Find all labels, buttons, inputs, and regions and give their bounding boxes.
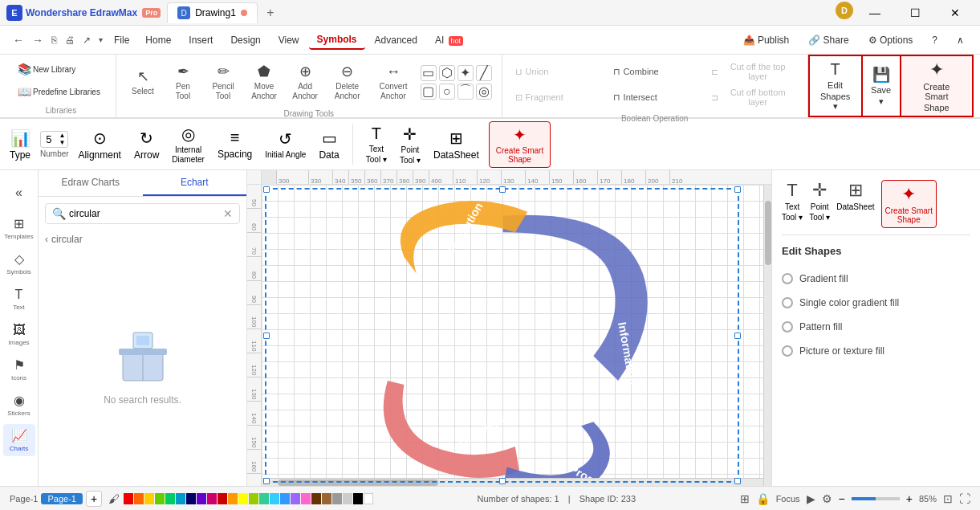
new-library-button[interactable]: 📚 New Library: [13, 59, 109, 79]
add-page-button[interactable]: +: [86, 491, 102, 507]
zoom-out-button[interactable]: −: [839, 492, 845, 505]
canvas-area[interactable]: Information Resolution Creativity Progra…: [262, 185, 771, 486]
menu-view[interactable]: View: [270, 31, 307, 49]
initial-angle-tool[interactable]: ↺ Initial Angle: [262, 126, 309, 162]
pen-tool-button[interactable]: ✒ PenTool: [163, 59, 203, 104]
shape-rect2[interactable]: ▢: [421, 84, 437, 100]
sidebar-charts-button[interactable]: 📈 Charts: [3, 424, 35, 456]
sidebar-icons-button[interactable]: ⚑ Icons: [3, 353, 35, 386]
color-sw-5[interactable]: [165, 493, 175, 504]
quick-access-button[interactable]: ⎘: [48, 33, 60, 47]
intersect-button[interactable]: ⊓ Intersect: [607, 85, 703, 109]
breadcrumb-arrow[interactable]: ‹: [45, 234, 48, 245]
edit-shapes-button[interactable]: T Edit Shapes ▾: [808, 55, 863, 117]
shape-rect[interactable]: ▭: [421, 65, 437, 81]
color-sw-20[interactable]: [322, 493, 331, 504]
arrow-tool[interactable]: ↻ Arrow: [131, 125, 162, 164]
sidebar-stickers-button[interactable]: ◉ Stickers: [3, 389, 35, 421]
menu-symbols[interactable]: Symbols: [309, 31, 365, 50]
menu-insert[interactable]: Insert: [181, 31, 221, 49]
text-tool-right[interactable]: T Text Tool ▾: [782, 180, 803, 228]
shape-spiral[interactable]: ◎: [476, 84, 492, 100]
text-tool[interactable]: T Text Tool ▾: [363, 121, 390, 167]
pencil-tool-button[interactable]: ✏ Pencil Tool: [203, 59, 243, 104]
fit-icon[interactable]: ⊡: [943, 492, 953, 505]
alignment-tool[interactable]: ⊙ Alignment: [75, 125, 124, 164]
color-sw-3[interactable]: [144, 493, 154, 504]
color-sw-8[interactable]: [197, 493, 206, 504]
pattern-fill-radio[interactable]: [782, 321, 793, 333]
nav-fwd-button[interactable]: →: [29, 32, 47, 48]
combine-button[interactable]: ⊓ Combine: [607, 59, 703, 84]
shape-line[interactable]: ╱: [476, 65, 492, 81]
color-sw-13[interactable]: [249, 493, 258, 504]
fullscreen-icon[interactable]: ⛶: [959, 492, 970, 505]
picture-fill-option[interactable]: Picture or texture fill: [782, 342, 970, 360]
horizontal-scrollbar[interactable]: [262, 478, 763, 486]
color-sw-11[interactable]: [228, 493, 238, 504]
menu-advanced[interactable]: Advanced: [367, 31, 425, 49]
publish-button[interactable]: 📤 Publish: [737, 31, 796, 49]
color-sw-14[interactable]: [259, 493, 269, 504]
cut-top-button[interactable]: ⊏ Cut off the top layer: [705, 59, 801, 84]
color-sw-22[interactable]: [343, 493, 352, 504]
fragment-button[interactable]: ⊡ Fragment: [509, 85, 605, 109]
close-button[interactable]: ✕: [937, 2, 974, 24]
print-button[interactable]: 🖨: [62, 33, 78, 47]
picture-fill-radio[interactable]: [782, 345, 793, 357]
save-button[interactable]: 💾 Save ▾: [863, 55, 901, 117]
menu-design[interactable]: Design: [222, 31, 268, 49]
sidebar-templates-button[interactable]: ⊞ Templates: [3, 212, 35, 244]
menu-home[interactable]: Home: [137, 31, 179, 49]
page-tab-badge[interactable]: Page-1: [41, 493, 82, 504]
create-smart-shape-button[interactable]: ✦ Create Smart Shape: [901, 55, 974, 117]
color-sw-12[interactable]: [238, 493, 248, 504]
create-smart-right[interactable]: ✦ Create SmartShape: [881, 180, 937, 228]
union-button[interactable]: ⊔ Union: [509, 59, 605, 84]
number-up[interactable]: ▲: [56, 132, 67, 139]
select-tool-button[interactable]: ↖ Select: [123, 64, 163, 100]
datasheet-right[interactable]: ⊞ DataSheet: [836, 180, 874, 228]
single-color-radio[interactable]: [782, 297, 793, 308]
dropdown-button[interactable]: ▾: [96, 34, 106, 46]
convert-anchor-button[interactable]: ↔ Convert Anchor: [369, 60, 417, 104]
color-sw-1[interactable]: [124, 493, 133, 504]
color-sw-white[interactable]: [364, 493, 373, 504]
vertical-scrollbar[interactable]: [763, 185, 771, 486]
options-button[interactable]: ⚙ Options: [862, 31, 920, 49]
datasheet-tool[interactable]: ⊞ DataSheet: [430, 125, 482, 164]
pattern-fill-option[interactable]: Pattern fill: [782, 318, 970, 336]
scrollbar-thumb[interactable]: [765, 201, 771, 265]
internal-diameter-tool[interactable]: ◎ InternalDiameter: [169, 121, 208, 168]
color-sw-15[interactable]: [270, 493, 279, 504]
shape-star[interactable]: ✦: [457, 65, 474, 81]
add-anchor-button[interactable]: ⊕ AddAnchor: [285, 59, 325, 104]
color-sw-6[interactable]: [176, 493, 185, 504]
predefine-libraries-button[interactable]: 📖 Predefine Libraries: [13, 82, 109, 101]
nav-back-button[interactable]: ←: [10, 32, 27, 48]
color-sw-7[interactable]: [186, 493, 196, 504]
color-sw-17[interactable]: [291, 493, 300, 504]
collapse-ribbon-button[interactable]: ∧: [950, 31, 970, 49]
sidebar-collapse-button[interactable]: «: [3, 177, 35, 209]
file-menu-button[interactable]: File: [108, 31, 136, 49]
search-clear-button[interactable]: ✕: [223, 207, 233, 220]
share-button[interactable]: 🔗 Share: [802, 31, 855, 49]
type-tool[interactable]: 📊 Type: [6, 125, 34, 164]
play-icon[interactable]: ▶: [807, 492, 815, 505]
color-sw-2[interactable]: [134, 493, 144, 504]
echart-tab[interactable]: Echart: [143, 170, 247, 196]
sidebar-symbols-button[interactable]: ◇ Symbols: [3, 247, 35, 279]
number-stepper[interactable]: 5 ▲ ▼ Number: [40, 131, 69, 158]
create-smart-shape-tool[interactable]: ✦ Create SmartShape: [489, 121, 551, 168]
edraw-charts-tab[interactable]: Edraw Charts: [39, 170, 143, 196]
shape-circle[interactable]: ○: [439, 84, 455, 100]
number-down[interactable]: ▼: [56, 139, 67, 146]
single-color-option[interactable]: Single color gradient fill: [782, 294, 970, 312]
color-sw-10[interactable]: [218, 493, 227, 504]
maximize-button[interactable]: ☐: [897, 2, 933, 24]
gradient-fill-radio[interactable]: [782, 273, 793, 284]
fill-icon[interactable]: 🖌: [108, 492, 120, 505]
sidebar-text-button[interactable]: T Text: [3, 283, 35, 315]
cut-bottom-button[interactable]: ⊐ Cut off bottom layer: [705, 85, 801, 109]
